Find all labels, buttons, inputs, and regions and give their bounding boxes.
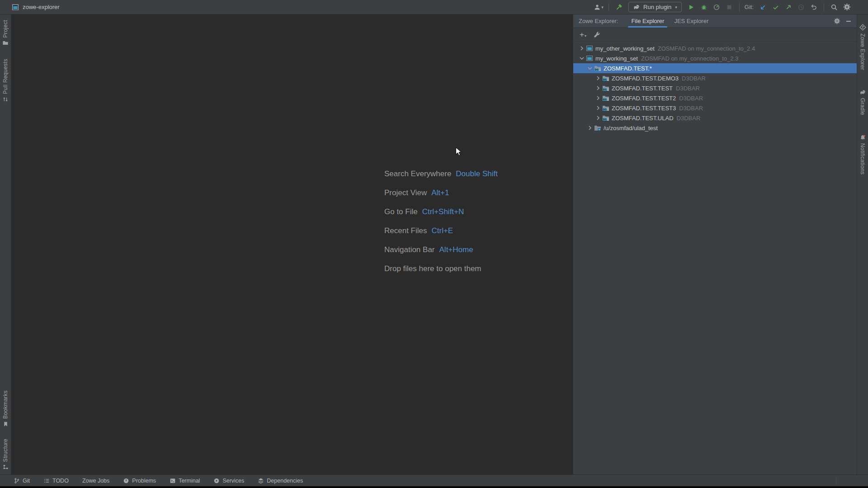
shortcut-hint-row: Navigation BarAlt+Home [384,245,498,254]
wrench-button[interactable] [594,31,600,38]
tool-stripe-label: Gradle [859,98,866,115]
git-commit-button[interactable] [770,2,782,13]
window-title: zowe-explorer [23,4,60,10]
svg-text:DS: DS [603,108,607,111]
tool-stripe-label: Pull Requests [2,59,9,94]
statusbar-item-git[interactable]: Git [14,478,30,484]
chevron-right-icon[interactable] [586,124,594,131]
settings-button[interactable] [841,2,853,13]
chevron-right-icon[interactable] [578,45,585,52]
user-icon [594,4,601,11]
run-button[interactable] [685,2,697,13]
titlebar-divider [609,3,609,11]
tool-stripe-pull-requests[interactable]: Pull Requests [2,59,9,103]
statusbar-item-todo[interactable]: TODO [43,478,69,484]
minimize-button[interactable] [846,19,851,24]
notifications-icon [859,134,866,141]
user-button[interactable]: ▾ [593,2,604,13]
chevron-right-icon[interactable] [594,94,602,102]
chevron-down-icon: ▾ [675,5,677,9]
statusbar-item-dependencies[interactable]: Dependencies [258,478,303,484]
git-push-icon [785,4,792,11]
tree-node-name: ZOSMFAD.TEST.ULAD [612,115,674,122]
problems-icon [123,478,129,484]
statusbar-item-terminal[interactable]: Terminal [170,478,200,484]
tree-node-name: ZOSMFAD.TEST.* [604,65,652,72]
search-button[interactable] [828,2,840,13]
svg-text:Z: Z [862,25,864,29]
right-tool-stripe: ZZowe ExplorerGradleNotifications [857,14,868,474]
rollback-button[interactable] [808,2,820,13]
debug-button[interactable] [698,2,710,13]
tree-row[interactable]: /u/zosmfad/ulad_test [573,123,857,133]
tree-row[interactable]: DSZOSMFAD.TEST.DEMO3D3DBAR [573,73,857,83]
structure-icon [3,464,9,470]
tab-file-explorer[interactable]: File Explorer [626,14,669,28]
tree-row[interactable]: my_other_working_setZOSMFAD on my_connec… [573,43,857,53]
statusbar-item-problems[interactable]: Problems [123,478,156,484]
rollback-icon [810,4,817,11]
tool-stripe-label: Project [2,20,9,38]
statusbar-item-label: Git [23,478,30,484]
run-configuration-combo[interactable]: Run plugin▾ [628,2,682,12]
statusbar-item-label: Dependencies [267,478,303,484]
statusbar-item-services[interactable]: Services [213,478,244,484]
tool-stripe-structure[interactable]: Structure [2,439,9,470]
tool-stripe-bookmarks[interactable]: Bookmarks [2,390,9,427]
chevron-right-icon[interactable] [594,114,602,122]
add-button[interactable]: +▾ [580,31,586,38]
tool-stripe-project[interactable]: Project [2,20,9,46]
tree-node-detail: D3DBAR [679,95,703,102]
titlebar-divider [824,3,824,11]
editor-area[interactable]: Search EverywhereDouble ShiftProject Vie… [12,15,573,474]
zowe-panel-header: Zowe Explorer: File ExplorerJES Explorer [573,14,857,28]
chevron-right-icon[interactable] [594,104,602,112]
chevron-right-icon[interactable] [594,75,602,82]
zowe-panel-toolbar: +▾ [573,28,857,42]
tool-stripe-zowe-explorer[interactable]: ZZowe Explorer [859,23,867,70]
tool-stripe-label: Zowe Explorer [859,33,866,70]
working-set-icon [586,55,593,62]
title-bar: zowe-explorer ▾Run plugin▾Git: [0,0,868,14]
dataset-icon: DS [602,114,609,122]
git-update-icon [760,4,767,11]
stop-button[interactable] [723,2,735,13]
left-tool-stripe: ProjectPull Requests BookmarksStructure [0,14,11,474]
tool-stripe-notifications[interactable]: Notifications [859,134,866,174]
tree-row[interactable]: DSZOSMFAD.TEST.ULADD3DBAR [573,113,857,123]
tree-node-detail: ZOSMFAD on my_connection_to_2.3 [641,55,738,62]
tree-node-detail: D3DBAR [676,85,700,92]
project-folder-icon [2,40,9,46]
avatar-button[interactable] [854,2,865,13]
statusbar-item-zowe-jobs[interactable]: Zowe Jobs [82,478,109,484]
svg-text:DS: DS [595,68,599,71]
chevron-down-icon[interactable] [586,65,594,72]
tree-row[interactable]: DSZOSMFAD.TEST.TEST3D3DBAR [573,103,857,113]
gradle-icon [859,89,866,96]
tree-node-detail: D3DBAR [679,105,703,112]
git-update-button[interactable] [757,2,769,13]
history-button[interactable] [795,2,807,13]
hammer-button[interactable] [613,2,625,13]
chevron-down-icon[interactable] [578,55,585,62]
tree-row[interactable]: DSZOSMFAD.TEST.TEST2D3DBAR [573,93,857,103]
profiler-button[interactable] [711,2,722,13]
statusbar-item-label: Zowe Jobs [82,478,109,484]
terminal-icon [170,478,176,484]
tree-node-name: my_other_working_set [595,45,655,52]
chevron-right-icon[interactable] [594,84,602,92]
run-icon [688,4,695,11]
shortcut-keys: Alt+1 [431,188,449,197]
git-push-button[interactable] [783,2,794,13]
search-icon [830,4,838,11]
run-configuration-label: Run plugin [643,4,671,10]
tree-row[interactable]: my_working_setZOSMFAD on my_connection_t… [573,53,857,63]
tree-row[interactable]: DSZOSMFAD.TEST.* [573,63,857,73]
gear-button[interactable] [834,18,840,24]
tree-row[interactable]: DSZOSMFAD.TEST.TESTD3DBAR [573,83,857,93]
tab-jes-explorer[interactable]: JES Explorer [669,14,713,28]
zowe-explorer-panel: Zowe Explorer: File ExplorerJES Explorer… [573,14,857,474]
tool-stripe-gradle[interactable]: Gradle [859,89,866,115]
app-window-icon [12,4,19,11]
shortcut-hint-row: Project ViewAlt+1 [384,188,498,197]
